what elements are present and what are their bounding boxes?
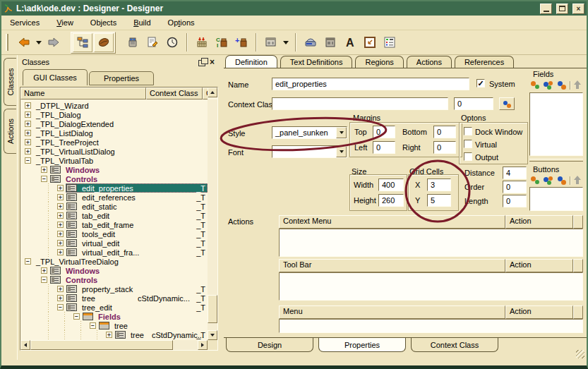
menu-item-options[interactable]: Options — [168, 18, 195, 27]
expand-icon[interactable]: + — [25, 139, 31, 145]
margin-left-input[interactable]: 0 — [373, 141, 395, 154]
float-panel-icon[interactable] — [198, 60, 205, 66]
system-checkbox[interactable]: ✓ — [476, 79, 485, 87]
vertical-scroll-thumb[interactable] — [208, 295, 217, 323]
tool-bar-table-body[interactable] — [279, 272, 583, 301]
expand-icon[interactable]: + — [57, 295, 64, 301]
margin-bottom-input[interactable]: 0 — [433, 126, 456, 138]
tree-row[interactable]: +property_stack_T — [20, 284, 208, 294]
output-checkbox[interactable] — [464, 152, 472, 161]
new-window-dropdown[interactable] — [281, 33, 291, 52]
expand-icon[interactable]: + — [25, 102, 31, 109]
font-combobox[interactable] — [272, 145, 347, 158]
scroll-down-button[interactable] — [208, 330, 217, 340]
collapse-icon[interactable]: − — [90, 322, 96, 329]
maximize-button[interactable] — [556, 4, 568, 14]
action-column-header[interactable]: Action — [505, 259, 573, 272]
width-input[interactable]: 400 — [378, 179, 404, 191]
tree-row[interactable]: +_DTPL_Wizard — [20, 101, 208, 110]
dock-tab-classes[interactable]: Classes — [4, 58, 16, 106]
back-history-button[interactable] — [34, 33, 44, 52]
tree-row[interactable]: +_TPL_VirtualListDialog — [20, 147, 208, 156]
expand-icon[interactable]: + — [25, 111, 31, 118]
back-button[interactable] — [14, 33, 34, 52]
tab-references[interactable]: References — [455, 56, 514, 68]
name-input[interactable]: edit_properties — [272, 78, 469, 90]
collapse-icon[interactable]: − — [41, 277, 47, 283]
height-input[interactable]: 260 — [378, 194, 404, 207]
move-up-icon[interactable] — [573, 176, 582, 185]
scroll-up-button[interactable] — [208, 87, 217, 97]
length-input[interactable]: 0 — [503, 195, 527, 207]
tab-text-definitions[interactable]: Text Definitions — [280, 56, 353, 68]
menu-column-header[interactable]: Menu — [279, 306, 505, 319]
tree-row[interactable]: +virtual_edit_fra..._T — [20, 248, 208, 257]
context-class-picker-button[interactable] — [499, 97, 515, 110]
field-tool-icon-3[interactable] — [556, 80, 567, 90]
tree-row[interactable]: +virtual_edit_T — [20, 238, 208, 248]
tree-row[interactable]: −Fields — [20, 312, 208, 321]
expand-icon[interactable]: + — [41, 267, 47, 274]
style-dropdown-button[interactable] — [336, 127, 347, 138]
expand-icon[interactable]: + — [57, 231, 64, 237]
dock-window-checkbox[interactable] — [464, 127, 472, 135]
horizontal-scrollbar[interactable] — [20, 340, 208, 350]
tree-row[interactable]: −tree — [20, 321, 208, 330]
image-button[interactable] — [360, 33, 380, 52]
vertical-scrollbar[interactable] — [208, 99, 217, 340]
field-tool-icon-2[interactable] — [543, 176, 553, 185]
collapse-icon[interactable]: − — [25, 157, 31, 164]
scroll-right-button[interactable] — [198, 340, 208, 350]
drive-button[interactable] — [301, 33, 320, 52]
context-class-count-input[interactable]: 0 — [454, 97, 493, 110]
distance-input[interactable]: 4 — [503, 167, 527, 179]
tree-row[interactable]: +edit_static_T — [20, 202, 208, 211]
fields-buttons-splitter[interactable] — [529, 159, 583, 162]
expand-icon[interactable]: + — [57, 185, 64, 191]
expand-icon[interactable]: + — [25, 121, 31, 127]
check-in-button[interactable]: CI — [212, 33, 232, 52]
tab-actions[interactable]: Actions — [407, 56, 452, 68]
tab-regions[interactable]: Regions — [355, 56, 403, 68]
column-header-class[interactable]: Cl — [203, 87, 208, 99]
column-header-name[interactable]: Name — [20, 87, 146, 99]
scroll-left-button[interactable] — [20, 340, 30, 350]
new-window-button[interactable] — [261, 33, 281, 52]
expand-icon[interactable]: + — [25, 130, 31, 136]
buttons-listbox[interactable] — [529, 187, 583, 211]
class-hierarchy-button[interactable] — [73, 33, 92, 52]
tree-row[interactable]: +Windows — [20, 165, 208, 174]
menu-item-services[interactable]: Services — [10, 18, 40, 27]
tab-properties[interactable]: Properties — [89, 71, 154, 85]
collapse-icon[interactable]: − — [73, 313, 80, 320]
tree-row[interactable]: −Controls — [20, 275, 208, 284]
context-class-input[interactable] — [272, 97, 448, 110]
order-input[interactable]: 0 — [503, 181, 527, 193]
menu-table-body[interactable] — [279, 319, 583, 333]
window-form-button[interactable] — [320, 33, 340, 52]
tree-row[interactable]: −_TPL_VirtualTreeDialog — [20, 257, 208, 266]
tree-row[interactable]: −_TPL_VirtualTab — [20, 156, 208, 165]
tree-row[interactable]: +_TPL_DialogExtended — [20, 119, 208, 128]
tree-row[interactable]: +treecStdDynamic..._T — [20, 330, 208, 339]
column-header-context-class[interactable]: Context Class — [146, 87, 203, 99]
tree-row[interactable]: +_TPL_ListDialog — [20, 128, 208, 138]
field-tool-icon-1[interactable] — [529, 80, 540, 90]
tree-row[interactable]: +tab_edit_frame_T — [20, 220, 208, 229]
forward-button[interactable] — [44, 33, 64, 52]
style-combobox[interactable]: _panel_sunken — [272, 126, 347, 139]
collapse-icon[interactable]: − — [25, 258, 31, 265]
margin-right-input[interactable]: 0 — [433, 141, 456, 154]
close-panel-icon[interactable]: × — [210, 59, 215, 66]
tree-row[interactable]: +Windows — [20, 266, 208, 275]
expand-icon[interactable]: + — [57, 194, 64, 200]
tree-row[interactable]: +tab_edit_T — [20, 211, 208, 220]
tab-definition[interactable]: Definition — [225, 55, 277, 68]
context-menu-table-body[interactable] — [279, 229, 583, 257]
inspect-button[interactable] — [123, 33, 143, 52]
tab-design[interactable]: Design — [226, 338, 313, 352]
expand-icon[interactable]: + — [57, 286, 64, 292]
browse-classes-button[interactable] — [94, 33, 114, 52]
move-up-icon[interactable] — [573, 80, 582, 90]
menu-item-build[interactable]: Build — [133, 18, 150, 27]
